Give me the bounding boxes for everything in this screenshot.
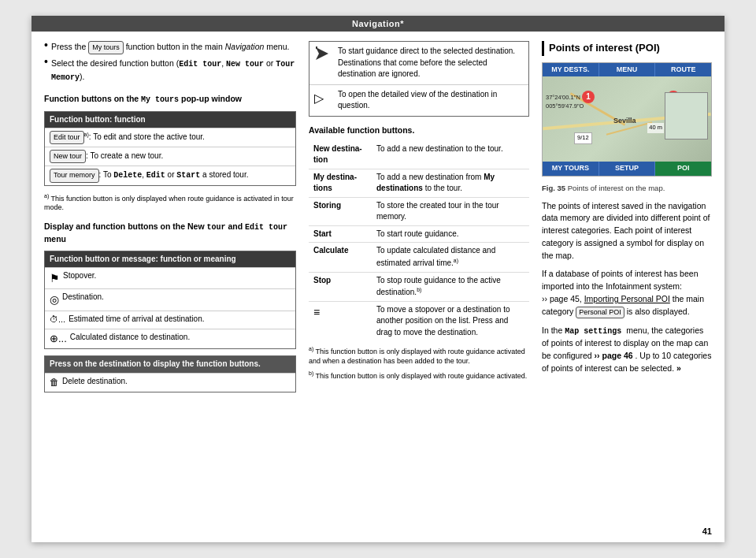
map-minibox: [665, 92, 708, 140]
bullet-item-2: • Select the desired function button (Ed…: [44, 58, 296, 84]
table2-row-4: ⊕... Calculated distance to destination.: [45, 329, 295, 349]
my-dest-text: To add a new destination from My destina…: [372, 169, 529, 197]
bullet-item-1: • Press the My tours function button in …: [44, 41, 296, 54]
section1-heading: Function buttons on the My tours pop-up …: [44, 93, 296, 106]
map-bottombar-mytours[interactable]: MY TOURS: [543, 162, 599, 176]
storing-text: To store the created tour in the tour me…: [372, 197, 529, 225]
map-marker-1: 1: [582, 91, 595, 103]
table1-row1: Edit toura): To edit and store the activ…: [45, 128, 295, 147]
coords-lat: 37°24'00.1"N: [546, 94, 584, 102]
map-topbar-menu[interactable]: MENU: [599, 63, 656, 76]
map-distance: 40 m: [647, 123, 664, 133]
func-row-start: Start To start route guidance.: [309, 225, 529, 243]
tour-memory-btn: Tour memory: [50, 169, 99, 182]
chevron-right: »: [676, 363, 681, 373]
calculate-text: To update calculated distance and estima…: [372, 243, 529, 272]
func-row-storing: Storing To store the created tour in the…: [309, 197, 529, 225]
svg-rect-1: [316, 46, 317, 49]
table3-row-1: 🗑 Delete destination.: [45, 373, 295, 392]
new-tour-mono: New tour: [226, 60, 264, 69]
table2-row-3: ⏱... Estimated time of arrival at destin…: [45, 311, 295, 329]
clock-icon: ⏱...: [50, 314, 65, 326]
footnote-mid-b-marker: b): [309, 370, 313, 376]
func-row-new-dest: New destina-tion To add a new destinatio…: [309, 141, 529, 169]
map-coords: 37°24'00.1"N 005°59'47.9"O: [546, 94, 584, 111]
bullet-section: • Press the My tours function button in …: [44, 41, 296, 84]
middle-column: To start guidance direct to the selected…: [309, 41, 529, 399]
section2-heading: Display and function buttons on the New …: [44, 221, 296, 246]
calculate-label: Calculate: [309, 243, 372, 272]
nav-start-text: To start guidance direct to the selected…: [338, 46, 524, 80]
table1-header: Function button: function: [45, 112, 295, 128]
function-table-3: Press on the destination to display the …: [44, 355, 296, 392]
table2-row-1: ⚑ Stopover.: [45, 267, 295, 288]
map-time: 9/12: [574, 132, 592, 144]
bullet-dot-2: •: [44, 56, 48, 84]
map-topbar: MY DESTS. MENU ROUTE: [543, 63, 711, 76]
fig-number: Fig. 35: [542, 184, 565, 192]
delete-dest-text: Delete destination.: [62, 376, 128, 388]
map-topbar-route[interactable]: ROUTE: [655, 63, 711, 76]
poi-heading: Points of interest (POI): [542, 41, 712, 56]
start-mono: Start: [176, 171, 200, 180]
map-topbar-mydests[interactable]: MY DESTS.: [543, 63, 599, 76]
destination-icon: ◎: [50, 292, 59, 307]
storing-label: Storing: [309, 197, 372, 225]
table2-header: Function button or message: function or …: [45, 251, 295, 268]
edit-tour-btn: Edit tour: [50, 131, 84, 144]
personal-poi-btn: Personal POI: [576, 307, 624, 319]
func-row-my-dest: My destina-tions To add a new destinatio…: [309, 169, 529, 197]
poi-page-ref: ›› page 45, Importing Personal POI: [542, 294, 670, 303]
map-bottombar-poi[interactable]: POI: [655, 162, 711, 176]
stopover-text: Stopover.: [63, 270, 96, 282]
poi-text-2: If a database of points of interest has …: [542, 268, 712, 318]
footnote-mid-a: a) This function button is only displaye…: [309, 345, 529, 366]
map-body: 1 2 37°24'00.1"N 005°59'47.9"O Sevilla 4…: [543, 76, 711, 162]
map-settings-label: Map settings: [565, 327, 626, 336]
start-label: Start: [309, 225, 372, 243]
trash-icon: 🗑: [50, 376, 59, 389]
start-text: To start route guidance.: [372, 225, 529, 243]
table2-row-2: ◎ Destination.: [45, 288, 295, 310]
map-container: MY DESTS. MENU ROUTE 1 2 37°24'00.1"N 00…: [542, 62, 712, 177]
func-row-stop: Stop To stop route guidance to the activ…: [309, 272, 529, 301]
poi-text-1: The points of interest saved in the navi…: [542, 200, 712, 262]
footnote-a: a) This function button is only displaye…: [44, 192, 296, 213]
navigation-italic: Navigation: [225, 42, 265, 51]
icon-row-1: To start guidance direct to the selected…: [309, 42, 528, 84]
available-table: New destina-tion To add a new destinatio…: [309, 141, 529, 341]
func-row-move: ≡ To move a stopover or a destination to…: [309, 301, 529, 340]
page: Navigation* • Press the My tours functio…: [32, 16, 724, 542]
move-text: To move a stopover or a destination to a…: [372, 301, 529, 340]
right-column: Points of interest (POI) MY DESTS. MENU …: [542, 41, 712, 399]
footnote-mid-a-marker: a): [309, 346, 313, 352]
map-seville-label: Sevilla: [613, 116, 636, 126]
header-title: Navigation*: [352, 19, 404, 28]
stop-label: Stop: [309, 272, 372, 301]
footnote-mid-b-text: This function button is only displayed w…: [316, 372, 528, 380]
icon-row-2: ▷ To open the detailed view of the desti…: [309, 84, 528, 116]
page-number: 41: [702, 526, 712, 536]
new-dest-text: To add a new destination to the tour.: [372, 141, 529, 169]
func-row-calculate: Calculate To update calculated distance …: [309, 243, 529, 272]
edit-mono: Edit: [146, 171, 165, 180]
page-header: Navigation*: [32, 16, 724, 32]
icon-table: To start guidance direct to the selected…: [309, 41, 529, 117]
map-bottombar-setup[interactable]: SETUP: [599, 162, 656, 176]
footnote-a-marker: a): [44, 193, 49, 199]
stop-text: To stop route guidance to the active des…: [372, 272, 529, 301]
table3-header: Press on the destination to display the …: [45, 356, 295, 373]
my-dest-label: My destina-tions: [309, 169, 372, 197]
map-bottombar: MY TOURS SETUP POI: [543, 162, 711, 176]
fig-caption: Fig. 35 Points of interest on the map.: [542, 183, 712, 194]
svg-marker-0: [316, 47, 328, 60]
function-table-1: Function button: function Edit toura): T…: [44, 111, 296, 186]
available-heading: Available function buttons.: [309, 125, 529, 136]
stopover-icon: ⚑: [50, 270, 60, 286]
poi-page-ref2: ›› page 46: [595, 351, 633, 360]
play-arrow-icon: ▷: [314, 89, 332, 107]
content-area: • Press the My tours function button in …: [32, 32, 724, 408]
footnote-mid-a-text: This function button is only displayed w…: [309, 348, 525, 365]
footnote-mid-b: b) This function button is only displaye…: [309, 370, 529, 381]
new-tour-btn: New tour: [50, 150, 86, 163]
